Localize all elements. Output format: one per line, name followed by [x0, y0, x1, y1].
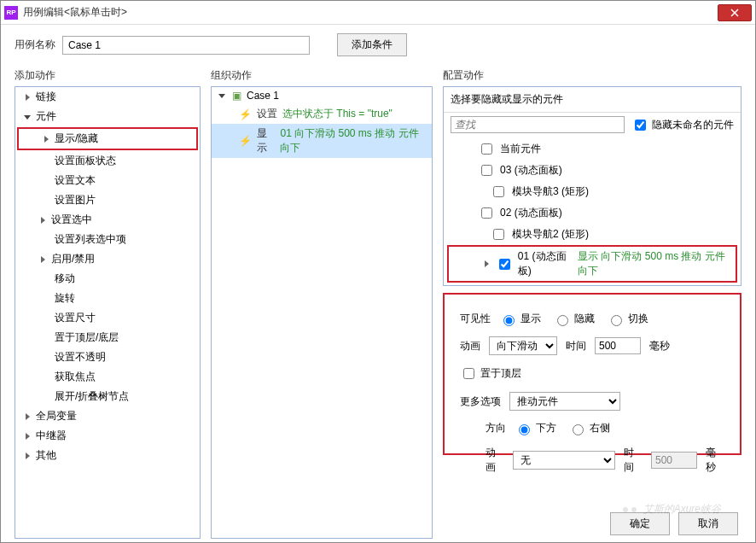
tree-set-selected[interactable]: 设置选中 [15, 210, 200, 230]
ms2-label: 毫秒 [706, 446, 724, 475]
org-action-2[interactable]: ⚡ 显示 01 向下滑动 500 ms 推动 元件 向下 [212, 124, 432, 158]
widget-row[interactable]: 模块导航1 (矩形) [444, 283, 741, 286]
anim2-select[interactable]: 无 [513, 451, 615, 470]
tree-rotate[interactable]: 旋转 [15, 289, 200, 308]
time2-input [651, 452, 697, 469]
widget-label: 02 (动态面板) [500, 206, 562, 220]
time2-label: 时间 [624, 446, 643, 475]
tree-links[interactable]: 链接 [15, 87, 200, 107]
tree-set-list-selected[interactable]: 设置列表选中项 [15, 230, 200, 249]
widget-checkbox[interactable] [481, 207, 492, 219]
tree-widgets[interactable]: 元件 [15, 107, 200, 126]
tree-show-hide[interactable]: 显示/隐藏 [19, 129, 196, 149]
case-name-label: 用例名称 [15, 38, 55, 52]
time-label: 时间 [566, 339, 586, 353]
add-action-header: 添加动作 [15, 65, 201, 86]
bolt-icon: ⚡ [239, 135, 252, 147]
chevron-right-icon [24, 93, 32, 102]
direction-label: 方向 [486, 421, 506, 435]
widget-row[interactable]: 03 (动态面板) [444, 160, 741, 181]
tree-expand-collapse[interactable]: 展开/折叠树节点 [15, 387, 200, 406]
hide-unnamed-checkbox[interactable]: 隐藏未命名的元件 [631, 117, 734, 133]
widget-row[interactable]: 当前元件 [444, 138, 741, 160]
tree-set-image[interactable]: 设置图片 [15, 190, 200, 210]
tree-move[interactable]: 移动 [15, 269, 200, 289]
more-options-label: 更多选项 [460, 394, 501, 409]
bolt-icon: ⚡ [239, 108, 252, 120]
time-input[interactable] [595, 337, 641, 354]
widget-row[interactable]: 模块导航2 (矩形) [444, 224, 741, 245]
vis-hide-radio[interactable]: 隐藏 [553, 312, 595, 326]
chevron-down-icon [24, 113, 32, 121]
anim-select[interactable]: 向下滑动 [489, 336, 557, 355]
widget-row[interactable]: 模块导航3 (矩形) [444, 181, 741, 202]
org-action-1[interactable]: ⚡ 设置 选中状态于 This = "true" [212, 104, 432, 124]
chevron-right-icon [24, 412, 32, 421]
widget-row[interactable]: 01 (动态面板) 显示 向下滑动 500 ms 推动 元件 向下 [447, 245, 737, 283]
tree-bring-front[interactable]: 置于顶层/底层 [15, 328, 200, 347]
chevron-right-icon [39, 255, 48, 264]
search-input[interactable] [451, 116, 625, 133]
tree-enable-disable[interactable]: 启用/禁用 [15, 249, 200, 269]
tree-set-text[interactable]: 设置文本 [15, 171, 200, 190]
tree-repeater[interactable]: 中继器 [15, 426, 200, 446]
anim2-label: 动画 [486, 446, 504, 475]
tree-focus[interactable]: 获取焦点 [15, 367, 200, 387]
widget-checkbox[interactable] [493, 186, 504, 197]
chevron-right-icon [483, 260, 491, 268]
config-header: 配置动作 [443, 65, 741, 86]
chevron-right-icon [39, 216, 48, 225]
widget-label: 模块导航3 (矩形) [512, 184, 589, 199]
chevron-right-icon [24, 452, 32, 460]
vis-show-radio[interactable]: 显示 [499, 312, 541, 326]
bring-to-front-checkbox[interactable]: 置于顶层 [460, 365, 521, 382]
add-condition-button[interactable]: 添加条件 [337, 33, 407, 56]
chevron-right-icon [43, 135, 51, 143]
org-case[interactable]: ▣ Case 1 [212, 87, 432, 104]
visibility-label: 可见性 [460, 312, 491, 326]
tree-set-size[interactable]: 设置尺寸 [15, 308, 200, 328]
dir-right-radio[interactable]: 右侧 [568, 421, 610, 435]
folder-icon: ▣ [232, 90, 241, 102]
widget-label: 01 (动态面板) [518, 249, 573, 278]
widget-suffix: 显示 向下滑动 500 ms 推动 元件 向下 [578, 249, 729, 278]
tree-other[interactable]: 其他 [15, 446, 200, 465]
vis-toggle-radio[interactable]: 切换 [607, 312, 648, 326]
close-button[interactable] [718, 4, 752, 21]
tree-set-panel-state[interactable]: 设置面板状态 [15, 151, 200, 171]
widget-checkbox[interactable] [481, 165, 492, 176]
widget-checkbox[interactable] [493, 229, 504, 240]
widget-checkbox[interactable] [499, 259, 510, 270]
chevron-right-icon [24, 432, 32, 441]
app-icon: RP [4, 6, 18, 20]
ok-button[interactable]: 确定 [610, 512, 670, 535]
tree-set-opacity[interactable]: 设置不透明 [15, 347, 200, 367]
anim-label: 动画 [460, 339, 480, 353]
widget-label: 03 (动态面板) [500, 163, 562, 178]
select-widgets-label: 选择要隐藏或显示的元件 [444, 87, 741, 113]
window-title: 用例编辑<鼠标单击时> [23, 5, 718, 20]
organize-header: 组织动作 [211, 65, 433, 86]
tree-global-vars[interactable]: 全局变量 [15, 406, 200, 426]
dir-down-radio[interactable]: 下方 [515, 421, 556, 435]
widget-label: 当前元件 [500, 142, 541, 156]
ms-label: 毫秒 [649, 339, 670, 353]
widget-row[interactable]: 02 (动态面板) [444, 202, 741, 224]
widget-checkbox[interactable] [481, 143, 492, 155]
chevron-down-icon [218, 91, 227, 100]
widget-label: 模块导航2 (矩形) [512, 227, 589, 242]
more-options-select[interactable]: 推动元件 [509, 392, 620, 411]
case-name-input[interactable] [62, 36, 310, 55]
cancel-button[interactable]: 取消 [678, 512, 738, 535]
